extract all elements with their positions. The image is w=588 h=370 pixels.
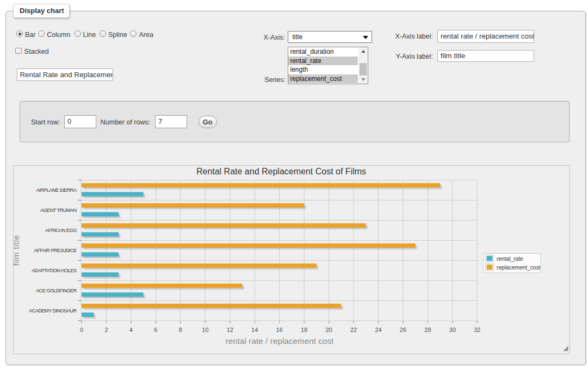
svg-text:2: 2 bbox=[104, 327, 108, 333]
svg-text:6: 6 bbox=[154, 327, 157, 333]
svg-text:rental_rate: rental_rate bbox=[497, 256, 523, 262]
svg-text:AFRICAN EGG: AFRICAN EGG bbox=[45, 228, 77, 233]
svg-text:32: 32 bbox=[474, 327, 480, 333]
svg-text:28: 28 bbox=[424, 327, 431, 333]
svg-text:0: 0 bbox=[80, 327, 83, 333]
svg-text:AIRPLANE SIERRA: AIRPLANE SIERRA bbox=[36, 187, 77, 193]
svg-text:ACE GOLDFINGER: ACE GOLDFINGER bbox=[36, 288, 77, 293]
svg-text:AFFAIR PREJUDICE: AFFAIR PREJUDICE bbox=[34, 248, 77, 253]
svg-text:8: 8 bbox=[179, 327, 182, 333]
svg-text:22: 22 bbox=[350, 327, 357, 333]
svg-text:12: 12 bbox=[227, 327, 233, 333]
svg-text:26: 26 bbox=[400, 327, 406, 333]
svg-text:24: 24 bbox=[375, 327, 381, 333]
svg-text:30: 30 bbox=[449, 327, 456, 333]
svg-text:16: 16 bbox=[276, 327, 283, 333]
svg-text:4: 4 bbox=[129, 327, 133, 333]
svg-text:replacement_cost: replacement_cost bbox=[497, 265, 541, 271]
svg-text:Rental Rate and Replacement Co: Rental Rate and Replacement Cost of Film… bbox=[196, 167, 366, 176]
svg-text:AGENT TRUMAN: AGENT TRUMAN bbox=[40, 208, 77, 213]
svg-text:film title: film title bbox=[13, 235, 21, 266]
svg-text:ADAPTATION HOLES: ADAPTATION HOLES bbox=[32, 268, 77, 273]
svg-text:rental rate / replacement cost: rental rate / replacement cost bbox=[226, 336, 334, 346]
svg-text:20: 20 bbox=[325, 327, 332, 333]
svg-text:18: 18 bbox=[301, 327, 307, 333]
svg-text:ACADEMY DINOSAUR: ACADEMY DINOSAUR bbox=[29, 308, 77, 313]
svg-text:14: 14 bbox=[251, 327, 258, 333]
svg-text:10: 10 bbox=[202, 327, 208, 333]
